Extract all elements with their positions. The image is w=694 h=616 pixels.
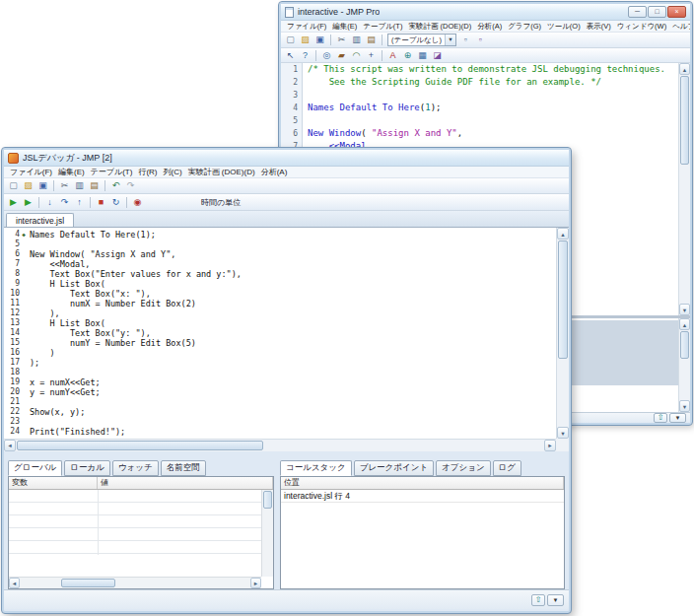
separator[interactable] bbox=[315, 50, 316, 61]
menu-item[interactable]: 行(R) bbox=[135, 167, 160, 177]
brush-tool-icon[interactable]: ▰ bbox=[335, 49, 348, 62]
separator[interactable] bbox=[382, 34, 382, 45]
menu-item[interactable]: 分析(A) bbox=[258, 167, 291, 177]
scroll-up-arrow[interactable]: ▲ bbox=[557, 228, 569, 240]
run-icon[interactable]: ▶ bbox=[7, 196, 20, 209]
lasso-tool-icon[interactable]: ◠ bbox=[350, 49, 363, 62]
debugger-code-view[interactable]: 4◆Names Default To Here(1); 5 6New Windo… bbox=[4, 228, 556, 439]
step-out-icon[interactable]: ↑ bbox=[73, 196, 86, 209]
code-horizontal-scrollbar[interactable]: ◄ ► bbox=[4, 439, 556, 451]
scroll-up-arrow[interactable]: ▲ bbox=[679, 318, 690, 330]
scrollbar-track[interactable] bbox=[557, 240, 569, 427]
column-header[interactable]: 値 bbox=[98, 477, 273, 489]
open-icon[interactable]: ▨ bbox=[22, 179, 35, 192]
run-to-breakpoint-icon[interactable]: ▶ bbox=[22, 196, 35, 209]
menu-item[interactable]: 編集(E) bbox=[55, 167, 88, 177]
separator[interactable] bbox=[382, 50, 382, 61]
variables-horizontal-scrollbar[interactable]: ◄ ► bbox=[9, 577, 261, 588]
maximize-button[interactable]: □ bbox=[648, 6, 666, 18]
step-into-icon[interactable]: ↓ bbox=[43, 196, 56, 209]
scrollbar-track[interactable] bbox=[20, 578, 250, 588]
status-menu-button[interactable]: ▼ bbox=[669, 413, 686, 423]
scrollbar-track[interactable] bbox=[16, 440, 544, 451]
graph-icon[interactable]: ◪ bbox=[431, 49, 444, 62]
scroll-up-arrow[interactable]: ▲ bbox=[679, 63, 690, 75]
separator[interactable] bbox=[53, 180, 54, 191]
variables-empty-rows[interactable] bbox=[9, 490, 261, 577]
menu-item[interactable]: 表示(V) bbox=[584, 22, 614, 32]
save-icon[interactable]: ▣ bbox=[313, 34, 326, 46]
menu-item[interactable]: テーブル(T) bbox=[360, 22, 405, 32]
table-selector-combo[interactable]: (テーブルなし) ▼ bbox=[387, 34, 456, 46]
scroll-down-arrow[interactable]: ▼ bbox=[557, 427, 569, 439]
menu-item[interactable]: グラフ(G) bbox=[505, 22, 544, 32]
tab-globals[interactable]: グローバル bbox=[8, 460, 62, 476]
zoom-tool-icon[interactable]: ◎ bbox=[320, 49, 333, 62]
menu-item[interactable]: ファイル(F) bbox=[7, 167, 55, 177]
menu-item[interactable]: 列(C) bbox=[161, 167, 185, 177]
tab-locals[interactable]: ローカル bbox=[64, 460, 110, 476]
variables-vertical-scrollbar[interactable] bbox=[261, 490, 273, 577]
log-scrollbar[interactable]: ▲ ▼ bbox=[678, 318, 690, 412]
scrollbar-thumb[interactable] bbox=[263, 491, 272, 509]
chevron-down-icon[interactable]: ▼ bbox=[445, 34, 455, 45]
code-vertical-scrollbar[interactable]: ▲ ▼ bbox=[556, 228, 569, 439]
paste-icon[interactable]: ▤ bbox=[88, 179, 101, 192]
separator[interactable] bbox=[126, 197, 127, 208]
scroll-down-arrow[interactable]: ▼ bbox=[679, 304, 690, 315]
arrow-tool-icon[interactable]: ↖ bbox=[284, 49, 297, 62]
menu-item[interactable]: ウィンドウ(W) bbox=[614, 22, 669, 32]
scroll-left-arrow[interactable]: ◄ bbox=[9, 578, 20, 588]
separator[interactable] bbox=[90, 197, 91, 208]
jmp-titlebar[interactable]: interactive - JMP Pro ─ □ × bbox=[281, 4, 690, 21]
callstack-row[interactable]: interactive.jsl 行 4 bbox=[281, 490, 564, 503]
separator[interactable] bbox=[330, 34, 331, 45]
table-icon[interactable]: ▦ bbox=[416, 49, 429, 62]
scroll-to-top-button[interactable]: ⇧ bbox=[654, 413, 667, 423]
open-icon[interactable]: ▨ bbox=[299, 34, 312, 46]
tab-options[interactable]: オプション bbox=[436, 460, 491, 476]
scrollbar-track[interactable] bbox=[679, 75, 690, 304]
close-button[interactable]: × bbox=[667, 6, 686, 18]
journal-icon[interactable]: ▫ bbox=[459, 34, 472, 46]
scroll-down-arrow[interactable]: ▼ bbox=[679, 400, 690, 412]
scroll-to-top-button[interactable]: ⇧ bbox=[531, 594, 545, 606]
redo-icon[interactable]: ↷ bbox=[124, 179, 137, 192]
copy-icon[interactable]: ▥ bbox=[73, 179, 86, 192]
column-header[interactable]: 変数 bbox=[9, 477, 98, 489]
menu-item[interactable]: ツール(O) bbox=[544, 22, 584, 32]
editor-scrollbar[interactable]: ▲ ▼ bbox=[678, 63, 690, 315]
menu-item[interactable]: テーブル(T) bbox=[88, 167, 136, 177]
menu-item[interactable]: ファイル(F) bbox=[284, 22, 329, 32]
cut-icon[interactable]: ✂ bbox=[335, 34, 348, 46]
undo-icon[interactable]: ↶ bbox=[109, 179, 122, 192]
new-script-icon[interactable]: ▢ bbox=[7, 179, 20, 192]
column-header-location[interactable]: 位置 bbox=[281, 477, 564, 489]
new-script-icon[interactable]: ▢ bbox=[284, 34, 297, 46]
scrollbar-thumb[interactable] bbox=[680, 331, 689, 359]
scrollbar-thumb[interactable] bbox=[61, 579, 115, 587]
cut-icon[interactable]: ✂ bbox=[58, 179, 71, 192]
step-over-icon[interactable]: ↷ bbox=[58, 196, 71, 209]
menu-item[interactable]: 実験計画 (DOE)(D) bbox=[185, 167, 258, 177]
scroll-right-arrow[interactable]: ► bbox=[544, 440, 556, 451]
tab-interactive-jsl[interactable]: interactive.jsl bbox=[6, 213, 74, 227]
scroll-right-arrow[interactable]: ► bbox=[250, 578, 261, 588]
tab-callstack[interactable]: コールスタック bbox=[280, 460, 352, 476]
separator[interactable] bbox=[38, 197, 39, 208]
scrollbar-thumb[interactable] bbox=[558, 240, 568, 359]
stop-icon[interactable]: ■ bbox=[95, 196, 107, 209]
copy-icon[interactable]: ▥ bbox=[350, 34, 363, 46]
tab-watch[interactable]: ウォッチ bbox=[112, 460, 159, 476]
layout-icon[interactable]: ▫ bbox=[474, 34, 487, 46]
tab-namespaces[interactable]: 名前空間 bbox=[161, 460, 206, 476]
menu-item[interactable]: 実験計画 (DOE)(D) bbox=[405, 22, 474, 32]
scrollbar-track[interactable] bbox=[679, 330, 690, 400]
crosshair-tool-icon[interactable]: + bbox=[365, 49, 378, 62]
selection-tool-icon[interactable]: ⊕ bbox=[401, 49, 414, 62]
restart-icon[interactable]: ↻ bbox=[109, 196, 122, 209]
menu-item[interactable]: 分析(A) bbox=[474, 22, 505, 32]
debugger-titlebar[interactable]: JSLデバッガ - JMP [2] bbox=[4, 150, 569, 167]
breakpoint-list-icon[interactable]: ◉ bbox=[131, 196, 144, 209]
scrollbar-thumb[interactable] bbox=[680, 76, 689, 165]
